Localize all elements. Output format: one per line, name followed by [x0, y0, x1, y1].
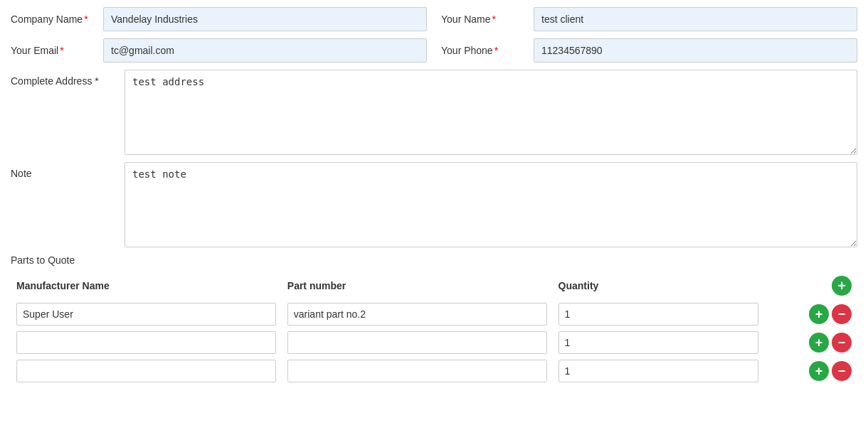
your-phone-label: Your Phone*	[441, 45, 534, 56]
table-row: + −	[11, 357, 857, 385]
your-email-label: Your Email*	[11, 45, 103, 56]
company-name-label: Company Name*	[11, 14, 103, 25]
add-row-btn-1[interactable]: +	[809, 333, 829, 353]
remove-row-btn-0[interactable]: −	[832, 304, 852, 324]
table-row: + −	[11, 300, 857, 328]
your-phone-col: Your Phone*	[427, 38, 857, 63]
remove-row-btn-1[interactable]: −	[832, 333, 852, 353]
quantity-input-1[interactable]	[559, 331, 759, 354]
parts-table-body: + − + −	[11, 300, 857, 385]
quantity-input-0[interactable]	[559, 303, 759, 326]
row-email-phone: Your Email* Your Phone*	[11, 38, 857, 63]
partnumber-input-2[interactable]	[287, 360, 547, 382]
manufacturer-input-1[interactable]	[16, 331, 276, 354]
your-email-input[interactable]	[103, 38, 427, 63]
manufacturer-input-2[interactable]	[16, 360, 276, 382]
row-action-group-2: + −	[770, 361, 852, 381]
parts-title: Parts to Quote	[11, 254, 857, 266]
col-header-partnumber: Part number	[282, 272, 553, 300]
complete-address-textarea[interactable]	[125, 70, 857, 155]
parts-section: Parts to Quote Manufacturer Name Part nu…	[11, 254, 857, 385]
col-header-manufacturer: Manufacturer Name	[11, 272, 282, 300]
note-textarea[interactable]	[125, 162, 857, 247]
your-name-input[interactable]	[534, 7, 857, 31]
row-address: Complete Address *	[11, 70, 857, 155]
your-name-col: Your Name*	[427, 7, 857, 31]
parts-table-header: Manufacturer Name Part number Quantity +	[11, 272, 857, 300]
remove-row-btn-2[interactable]: −	[832, 361, 852, 381]
add-row-button[interactable]: +	[832, 276, 852, 296]
table-row: + −	[11, 328, 857, 357]
your-name-label: Your Name*	[441, 14, 534, 25]
quote-form: Company Name* Your Name* Your Email* You…	[11, 7, 857, 385]
complete-address-label: Complete Address *	[11, 70, 125, 87]
row-action-group-0: + −	[770, 304, 852, 324]
your-phone-input[interactable]	[534, 38, 857, 63]
add-row-btn-2[interactable]: +	[809, 361, 829, 381]
row-action-group-1: + −	[770, 333, 852, 353]
row-note: Note	[11, 162, 857, 247]
partnumber-input-1[interactable]	[287, 331, 547, 354]
company-name-input[interactable]	[103, 7, 427, 31]
quantity-input-2[interactable]	[559, 360, 759, 382]
parts-table: Manufacturer Name Part number Quantity +	[11, 272, 857, 385]
your-email-col: Your Email*	[11, 38, 427, 63]
col-header-actions: +	[764, 272, 857, 300]
add-row-btn-0[interactable]: +	[809, 304, 829, 324]
company-name-col: Company Name*	[11, 7, 427, 31]
note-label: Note	[11, 162, 125, 179]
manufacturer-input-0[interactable]	[16, 303, 276, 326]
col-header-quantity: Quantity	[553, 272, 765, 300]
partnumber-input-0[interactable]	[287, 303, 547, 326]
row-company-name: Company Name* Your Name*	[11, 7, 857, 31]
